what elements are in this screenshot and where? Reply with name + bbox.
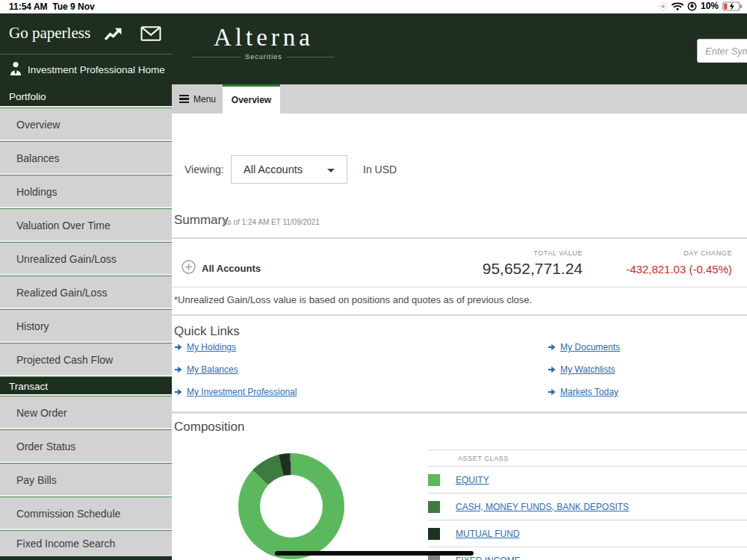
- summary-footnote: *Unrealized Gain/Loss value is based on …: [174, 294, 532, 305]
- symbol-search-input[interactable]: [697, 39, 747, 63]
- legend-link-mutual-fund[interactable]: MUTUAL FUND: [456, 529, 520, 539]
- battery-percent: 10%: [701, 1, 719, 11]
- brand-subtitle: Securities: [245, 53, 282, 60]
- legend-row-equity: EQUITY: [428, 467, 747, 494]
- brand-rule-right: [287, 57, 335, 57]
- quick-link-label: Markets Today: [560, 387, 619, 397]
- mutual-fund-swatch: [428, 528, 440, 540]
- cash-swatch: [428, 501, 440, 513]
- quick-link-label: My Balances: [187, 364, 238, 375]
- status-date: Tue 9 Nov: [52, 1, 94, 12]
- quick-link-my-balances[interactable]: My Balances: [174, 364, 238, 375]
- chevron-down-icon: [327, 169, 335, 172]
- legend-row-mutual-fund: MUTUAL FUND: [428, 520, 747, 547]
- sidebar-next-section-peek: [0, 556, 172, 560]
- viewing-label: Viewing:: [185, 164, 224, 175]
- trend-up-icon[interactable]: [103, 26, 123, 44]
- status-time: 11:54 AM: [9, 1, 48, 12]
- main-content: Viewing: All Accounts In USD Summary As …: [172, 113, 747, 560]
- arrow-right-icon: [174, 343, 183, 352]
- quick-link-my-investment-professional[interactable]: My Investment Professional: [174, 387, 297, 397]
- brand-name: Alterna: [193, 24, 335, 52]
- divider: [172, 287, 747, 287]
- investment-professional-home-link[interactable]: Investment Professional Home: [0, 55, 172, 85]
- promo-row: Go paperless: [0, 13, 172, 54]
- account-select-dropdown[interactable]: All Accounts: [231, 155, 347, 184]
- sidebar-section-transact[interactable]: Transact: [0, 377, 172, 396]
- day-change-label: DAY CHANGE: [684, 249, 732, 257]
- sidebar-item-balances[interactable]: Balances: [0, 142, 172, 175]
- arrow-right-icon: [174, 388, 183, 396]
- brightness-icon: [658, 1, 668, 11]
- divider: [172, 314, 747, 316]
- sidebar-item-overview[interactable]: Overview: [0, 108, 172, 142]
- person-icon: [9, 61, 22, 78]
- quick-links-title: Quick Links: [174, 324, 240, 339]
- arrow-right-icon: [548, 343, 557, 352]
- tab-overview[interactable]: Overview: [223, 84, 280, 113]
- sidebar-item-pay-bills[interactable]: Pay Bills: [0, 464, 172, 497]
- quick-link-markets-today[interactable]: Markets Today: [548, 387, 619, 397]
- tab-overview-label: Overview: [232, 95, 271, 105]
- sidebar-item-commission-schedule[interactable]: Commission Schedule: [0, 497, 172, 531]
- currency-note: In USD: [363, 164, 397, 175]
- arrow-right-icon: [548, 365, 557, 374]
- composition-donut: [238, 453, 344, 559]
- battery-charging-icon: [722, 1, 743, 11]
- app-screen: 11:54 AM Tue 9 Nov 10% Alterna Securitie…: [0, 0, 747, 560]
- mail-icon[interactable]: [140, 26, 161, 44]
- quick-link-label: My Investment Professional: [187, 387, 297, 397]
- summary-row-label: All Accounts: [202, 263, 261, 274]
- sidebar-item-unrealized-gain-loss[interactable]: Unrealized Gain/Loss: [0, 243, 172, 276]
- total-value: 95,652,771.24: [483, 260, 583, 278]
- equity-swatch: [428, 474, 440, 486]
- quick-link-my-holdings[interactable]: My Holdings: [174, 342, 236, 352]
- divider: [172, 411, 747, 414]
- quick-link-label: My Watchlists: [560, 364, 616, 375]
- legend-link-cash[interactable]: CASH, MONEY FUNDS, BANK DEPOSITS: [456, 502, 629, 512]
- summary-title: Summary: [174, 213, 229, 228]
- asset-class-header: ASSET CLASS: [458, 455, 509, 462]
- composition-legend: ASSET CLASS EQUITY CASH, MONEY FUNDS, BA…: [428, 449, 747, 560]
- wifi-icon: [672, 1, 684, 10]
- day-change-value: -432,821.03 (-0.45%): [626, 263, 732, 276]
- sidebar-nav: Portfolio Overview Balances Holdings Val…: [0, 85, 172, 560]
- sidebar-item-fixed-income-search[interactable]: Fixed Income Search: [0, 531, 172, 556]
- sidebar-section-portfolio[interactable]: Portfolio: [0, 85, 172, 108]
- tab-bar: Menu Overview: [172, 84, 747, 113]
- legend-link-fixed-income[interactable]: FIXED INCOME: [456, 556, 521, 560]
- home-indicator[interactable]: [275, 551, 474, 556]
- donut-hole: [260, 475, 323, 538]
- quick-link-label: My Holdings: [187, 342, 236, 352]
- quick-link-label: My Documents: [560, 342, 620, 352]
- account-select-value: All Accounts: [244, 164, 303, 175]
- sidebar-item-new-order[interactable]: New Order: [0, 396, 172, 430]
- legend-row-cash: CASH, MONEY FUNDS, BANK DEPOSITS: [428, 494, 747, 520]
- sidebar-item-history[interactable]: History: [0, 310, 172, 343]
- quick-link-my-watchlists[interactable]: My Watchlists: [548, 364, 616, 375]
- go-paperless-label[interactable]: Go paperless: [9, 24, 90, 43]
- hamburger-icon: [179, 93, 189, 105]
- sidebar-item-projected-cash-flow[interactable]: Projected Cash Flow: [0, 343, 172, 377]
- brand-rule-left: [193, 57, 241, 57]
- total-value-label: TOTAL VALUE: [533, 249, 583, 257]
- sidebar-header: Go paperless Investment Professional Hom…: [0, 13, 172, 85]
- expand-plus-icon[interactable]: [182, 260, 196, 277]
- brand-logo: Alterna Securities: [193, 24, 335, 60]
- legend-link-equity[interactable]: EQUITY: [456, 475, 489, 485]
- rotation-lock-icon: [687, 1, 697, 11]
- arrow-right-icon: [548, 388, 557, 396]
- status-bar: 11:54 AM Tue 9 Nov 10%: [0, 0, 747, 13]
- investment-professional-home-label: Investment Professional Home: [28, 64, 165, 75]
- sidebar-item-realized-gain-loss[interactable]: Realized Gain/Loss: [0, 276, 172, 310]
- divider: [172, 237, 747, 239]
- sidebar-item-holdings[interactable]: Holdings: [0, 175, 172, 209]
- legend-row-fixed-income: FIXED INCOME: [428, 547, 747, 560]
- composition-title: Composition: [174, 420, 245, 435]
- menu-button[interactable]: Menu: [172, 84, 223, 113]
- sidebar-item-order-status[interactable]: Order Status: [0, 430, 172, 464]
- quick-link-my-documents[interactable]: My Documents: [548, 342, 620, 352]
- status-time-date: 11:54 AM Tue 9 Nov: [9, 1, 95, 12]
- sidebar-item-valuation-over-time[interactable]: Valuation Over Time: [0, 209, 172, 243]
- arrow-right-icon: [174, 365, 183, 374]
